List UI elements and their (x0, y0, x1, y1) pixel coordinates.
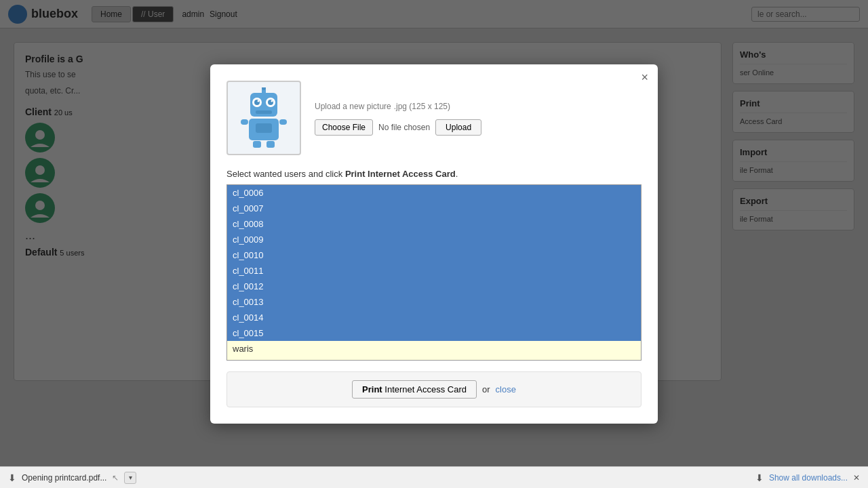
print-btn-rest: Internet Access Card (382, 384, 467, 394)
svg-rect-16 (267, 141, 275, 148)
download-bar: ⬇ Opening printcard.pdf... ↖ ▾ ⬇ Show al… (0, 466, 868, 488)
modal-footer: Print Internet Access Card or close (226, 371, 642, 407)
modal-dialog: × (210, 64, 658, 424)
show-all-downloads-link[interactable]: Show all downloads... (769, 473, 848, 483)
svg-point-10 (258, 100, 260, 102)
dismiss-download-bar-button[interactable]: ✕ (853, 473, 860, 483)
list-item[interactable]: cl_0010 (227, 247, 641, 263)
upload-row: Choose File No file chosen Upload (315, 119, 481, 136)
upload-button[interactable]: Upload (435, 119, 481, 136)
users-select-list[interactable]: cl_0006cl_0007cl_0008cl_0009cl_0010cl_00… (226, 184, 642, 361)
select-instruction: Select wanted users and click Print Inte… (226, 169, 642, 179)
svg-rect-14 (256, 123, 272, 133)
list-item[interactable]: cl_0011 (227, 263, 641, 279)
cursor-indicator: ↖ (112, 473, 119, 483)
list-item[interactable]: cl_0006 (227, 185, 641, 201)
download-right: ⬇ Show all downloads... ✕ (755, 472, 860, 483)
robot-avatar-icon (237, 87, 291, 148)
or-text: or (482, 384, 490, 394)
upload-title-text: Upload a new picture (315, 102, 391, 111)
list-item[interactable]: cl_0013 (227, 294, 641, 310)
download-file-icon: ⬇ (8, 472, 16, 483)
list-item[interactable]: cl_0007 (227, 201, 641, 216)
upload-title: Upload a new picture .jpg (125 x 125) (315, 100, 481, 111)
list-item[interactable]: cl_0014 (227, 310, 641, 325)
print-btn-bold: Print (362, 384, 382, 394)
svg-rect-18 (279, 119, 287, 125)
download-filename: Opening printcard.pdf... (22, 473, 106, 483)
list-item[interactable]: waris (227, 341, 641, 357)
select-instruction-link: Print Internet Access Card (345, 169, 456, 179)
list-item[interactable]: cl_0015 (227, 325, 641, 341)
select-instruction-prefix: Select wanted users and click (226, 169, 345, 179)
choose-file-button[interactable]: Choose File (315, 119, 373, 136)
print-internet-access-card-button[interactable]: Print Internet Access Card (352, 380, 477, 399)
download-expand-button[interactable]: ▾ (124, 472, 136, 484)
no-file-text: No file chosen (378, 123, 430, 132)
download-icon-right: ⬇ (755, 472, 764, 483)
close-link[interactable]: close (496, 384, 516, 394)
download-left: ⬇ Opening printcard.pdf... ↖ ▾ (8, 472, 136, 484)
select-instruction-suffix: . (456, 169, 458, 179)
modal-close-button[interactable]: × (641, 71, 648, 83)
svg-point-11 (271, 100, 273, 102)
list-item[interactable]: vios (227, 357, 641, 361)
svg-rect-15 (253, 141, 261, 148)
svg-rect-12 (256, 110, 272, 114)
modal-overlay: × (0, 0, 868, 488)
upload-section: Upload a new picture .jpg (125 x 125) Ch… (226, 81, 642, 155)
svg-rect-17 (241, 119, 248, 125)
avatar-preview-box (226, 81, 301, 155)
list-item[interactable]: cl_0008 (227, 216, 641, 232)
upload-format-text: .jpg (125 x 125) (394, 102, 450, 111)
list-item[interactable]: cl_0012 (227, 279, 641, 294)
list-item[interactable]: cl_0009 (227, 232, 641, 247)
upload-controls: Upload a new picture .jpg (125 x 125) Ch… (315, 100, 481, 136)
